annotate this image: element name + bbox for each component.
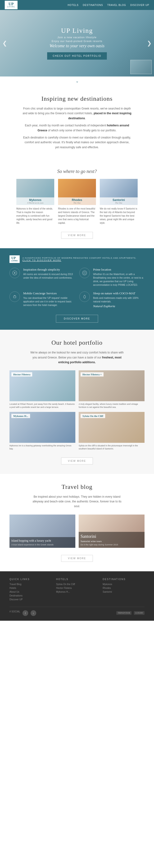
footer-hotel-2[interactable]: Hector Filotera	[56, 587, 98, 589]
santorini-sub: The One	[101, 202, 136, 204]
santorini-image[interactable]: Santorini The One	[100, 179, 138, 205]
destination-mykonos: Mykonos A World on its own Mykonos is th…	[16, 179, 54, 225]
blog-view-more-button[interactable]: VIEW MORE	[61, 555, 93, 562]
footer-quick-links: QUICK LINKS Travel Blog Hotels About Us …	[9, 578, 51, 602]
natural-icon	[79, 291, 90, 302]
nav-logo[interactable]: UP LIVING	[5, 1, 17, 9]
scroll-indicator: ⌄	[0, 76, 154, 86]
feature-location-title: Prime location	[93, 268, 145, 272]
discover-logo: UP LIVING	[9, 255, 20, 263]
footer-grid: QUICK LINKS Travel Blog Hotels About Us …	[9, 578, 145, 602]
destinations-grid: Mykonos A World on its own Mykonos is th…	[9, 179, 145, 225]
blog-section: Travel blog Be inspired about your next …	[0, 474, 154, 571]
footer-social-label: # SOCIAL	[9, 610, 20, 616]
discover-more-button[interactable]: DISCOVER MORE	[56, 315, 98, 322]
portfolio-section: Our hotel portfolio We're always on the …	[0, 330, 154, 474]
blog-post-2[interactable]: Santorini Santorini wine tours Do it the…	[79, 515, 145, 548]
mykonos-sub: A World on its own	[18, 202, 53, 204]
footer-dest-mykonos[interactable]: Mykonos	[103, 583, 145, 586]
rhodes-image[interactable]: Rhodes The One	[58, 179, 96, 205]
footer-dest-santorini[interactable]: Santorini	[103, 591, 145, 593]
hotel-name-1: Hector Filotera	[13, 373, 30, 376]
feature-location: Prime location Whether it's on the Water…	[79, 268, 145, 287]
hero-next-arrow[interactable]: ❯	[147, 40, 152, 46]
footer-hotel-3[interactable]: Mykonos H...	[56, 591, 98, 593]
rhodes-desc: Rhodes is one of the most beautiful and …	[58, 207, 96, 225]
facebook-icon[interactable]: f	[23, 610, 28, 616]
twitter-icon[interactable]: t	[31, 610, 36, 616]
discover-click-link[interactable]: CLICK TO DISCOVER MORE	[23, 259, 137, 261]
mykonos-image[interactable]: Mykonos A World on its own	[16, 179, 54, 205]
inspiring-text3: Each destination is carefully chosen to …	[23, 135, 131, 150]
concierge-icon	[9, 291, 20, 302]
blog-image-2: Santorini Santorini wine tours Do it the…	[79, 515, 145, 548]
blog-text: Be inspired about your next holidays. Th…	[30, 494, 124, 509]
hotel-desc-3: Mykonos inn is a leaving getaway overloo…	[9, 444, 75, 450]
destinations-section: So where to go next? Mykonos A World on …	[0, 161, 154, 248]
blog-post-1[interactable]: Island hopping with a luxury yacht A tru…	[9, 515, 75, 548]
portfolio-title: Our hotel portfolio	[9, 339, 145, 346]
footer-hotels-title: HOTELS	[56, 578, 98, 581]
blog-grid: Island hopping with a luxury yacht A tru…	[9, 515, 145, 548]
santorini-name: Santorini	[101, 198, 136, 202]
feature-natural: Sleep on nature with COCO-MAT Beds and m…	[79, 291, 145, 309]
hero-sub2: Enjoy our hand-picked Greek resorts	[47, 40, 107, 42]
blog-title-1: Island hopping with a luxury yacht	[11, 539, 73, 543]
blog-title-2: Santorini	[81, 534, 143, 539]
feature-simplicity-desc: All rooms are renovated & rescued during…	[23, 273, 75, 280]
hotel-card-4: Syloia On the Cliff Syloia on the cliff …	[79, 412, 145, 450]
nav-discover-up[interactable]: DISCOVER UP	[130, 4, 149, 6]
footer-link-blog[interactable]: Travel Blog	[9, 583, 51, 586]
hero-section: ❮ UP Living Join a new vacation lifestyl…	[0, 10, 154, 76]
hotel-image-1[interactable]: Hector Filotera	[9, 370, 75, 401]
feature-concierge-title: Mobile Concierge Services	[23, 291, 75, 295]
nav-hotels[interactable]: HOTELS	[68, 4, 79, 6]
feature-natural-subtitle: Natural Euphoria	[93, 304, 145, 308]
navigation: UP LIVING HOTELS DESTINATIONS TRAVEL BLO…	[0, 0, 154, 10]
logo-living: LIVING	[7, 6, 15, 8]
footer-link-discover[interactable]: Discover UP	[9, 598, 51, 601]
feature-natural-desc: Beds and mattresses made only with 100% …	[93, 296, 145, 303]
hero-thumbnail[interactable]	[130, 60, 152, 74]
blog-sub2-2: Do it the right way during Summer 2015	[81, 544, 143, 546]
feature-natural-title: Sleep on nature with COCO-MAT	[93, 291, 145, 295]
hero-cta-button[interactable]: CHECK OUT HOTEL PORTFOLIO	[47, 52, 107, 60]
hotel-card-1: Hector Filotera Located at Fthiari Resor…	[9, 370, 75, 409]
footer: QUICK LINKS Travel Blog Hotels About Us …	[0, 571, 154, 621]
hotel-image-2[interactable]: Hector Filotera +	[79, 370, 145, 401]
destinations-view-more-button[interactable]: VIEW MORE	[61, 232, 93, 239]
hotel-image-4[interactable]: Syloia On the Cliff	[79, 412, 145, 443]
hotel-desc-1: Located at Fthiari Resort, just away fro…	[9, 403, 75, 409]
feature-simplicity-title: Inspiration through simplicity	[23, 268, 75, 272]
footer-link-about[interactable]: About Us	[9, 591, 51, 593]
location-icon	[79, 268, 90, 278]
nav-links: HOTELS DESTINATIONS TRAVEL BLOG DISCOVER…	[68, 4, 149, 6]
blog-sub-1: A true island experience in the Greek is…	[11, 544, 73, 546]
svg-point-4	[84, 273, 85, 273]
inspiring-section: Inspiring new destinations From chic sma…	[0, 86, 154, 161]
footer-quick-links-title: QUICK LINKS	[9, 578, 51, 581]
portfolio-view-more-button[interactable]: VIEW MORE	[61, 458, 93, 464]
svg-rect-5	[13, 296, 16, 298]
santorini-desc: We do not really know if Santorini is th…	[100, 207, 138, 225]
footer-dest-rhodes[interactable]: Rhodes	[103, 587, 145, 589]
hotel-image-3[interactable]: Mykonos H...	[9, 412, 75, 443]
inspiring-text2: Each year, month by month we contact hun…	[23, 123, 131, 133]
footer-link-hotels[interactable]: Hotels	[9, 587, 51, 589]
hotel-card-2: Hector Filotera + A truly elegant facili…	[79, 370, 145, 409]
footer-bottom: # SOCIAL f t TRIPADVISOR LUXURY	[9, 607, 145, 616]
discover-header: UP LIVING A handpicked portfolio of mode…	[9, 255, 145, 263]
mykonos-name: Mykonos	[18, 198, 53, 202]
hero-sub1: Join a new vacation lifestyle	[47, 36, 107, 39]
hero-prev-arrow[interactable]: ❮	[2, 40, 7, 46]
footer-hotel-1[interactable]: Syloia On the Cliff	[56, 583, 98, 586]
hotel-desc-4: Syloia on the cliff is situated in the p…	[79, 444, 145, 450]
nav-travel-blog[interactable]: TRAVEL BLOG	[107, 4, 126, 6]
footer-link-destinations[interactable]: Destinations	[9, 594, 51, 597]
hotel-desc-2: A truly elegant facility, where luxury m…	[79, 403, 145, 409]
footer-social: # SOCIAL f t	[9, 610, 36, 616]
nav-destinations[interactable]: DESTINATIONS	[83, 4, 103, 6]
hero-content: UP Living Join a new vacation lifestyle …	[47, 27, 107, 60]
portfolio-text: We're always on the lookout for new and …	[30, 350, 124, 365]
simplicity-icon	[9, 268, 20, 278]
